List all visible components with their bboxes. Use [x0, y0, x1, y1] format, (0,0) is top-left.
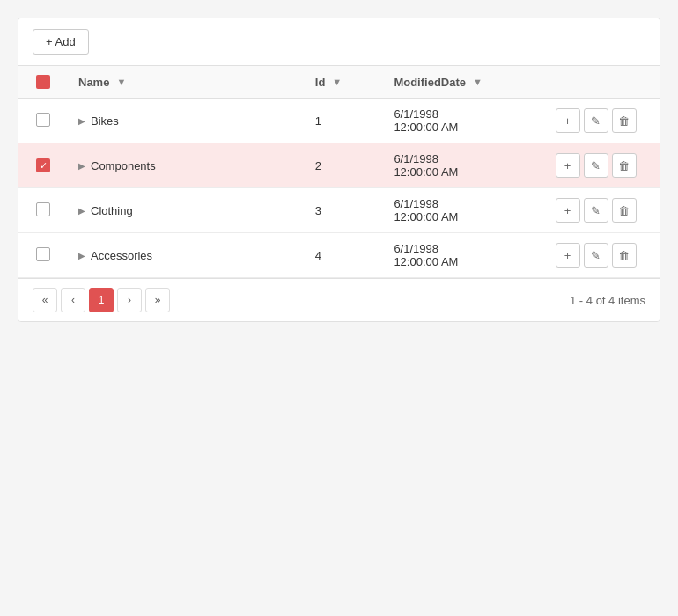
row-actions-cell: + ✎ 🗑 [542, 99, 660, 143]
table-row: ▶Bikes16/1/1998 12:00:00 AM + ✎ 🗑 [18, 99, 660, 143]
action-buttons: + ✎ 🗑 [552, 153, 649, 178]
row-actions-cell: + ✎ 🗑 [542, 188, 660, 233]
row-date-cell: 6/1/1998 12:00:00 AM [383, 188, 541, 233]
header-check-icon [39, 77, 48, 86]
row-date-cell: 6/1/1998 12:00:00 AM [383, 233, 541, 278]
row-name-label: Bikes [91, 114, 119, 128]
svg-rect-0 [39, 77, 48, 86]
next-page-button[interactable]: › [117, 288, 142, 312]
row-name: ▶Clothing [78, 204, 294, 217]
row-id-cell: 3 [305, 188, 384, 233]
row-name-cell: ▶Accessories [68, 233, 305, 278]
row-date-cell: 6/1/1998 12:00:00 AM [383, 143, 541, 188]
page-1-button[interactable]: 1 [89, 288, 114, 312]
row-name-cell: ▶Bikes [68, 99, 305, 143]
row-actions-cell: + ✎ 🗑 [542, 233, 660, 278]
action-buttons: + ✎ 🗑 [552, 198, 649, 223]
date-filter-icon[interactable]: ▼ [473, 77, 483, 87]
expand-arrow-icon[interactable]: ▶ [78, 161, 85, 171]
date-header-label: ModifiedDate [394, 76, 466, 89]
row-id: 4 [315, 249, 321, 262]
row-actions-cell: + ✎ 🗑 [542, 143, 660, 188]
row-checkbox[interactable] [36, 202, 50, 216]
page-info: 1 - 4 of 4 items [570, 294, 645, 307]
header-actions [542, 66, 660, 99]
row-id-cell: 4 [305, 233, 384, 278]
data-table: Name ▼ Id ▼ ModifiedDate ▼ [18, 66, 660, 278]
name-filter-icon[interactable]: ▼ [116, 77, 126, 87]
expand-arrow-icon[interactable]: ▶ [78, 206, 85, 216]
row-name: ▶Accessories [78, 249, 294, 262]
table-row: ✓▶Components26/1/1998 12:00:00 AM + ✎ 🗑 [18, 143, 660, 188]
row-date-cell: 6/1/1998 12:00:00 AM [383, 99, 541, 143]
last-page-button[interactable]: » [145, 288, 170, 312]
header-checkbox[interactable] [36, 75, 50, 89]
add-child-button[interactable]: + [556, 243, 580, 268]
row-id-cell: 2 [305, 143, 384, 188]
table-row: ▶Clothing36/1/1998 12:00:00 AM + ✎ 🗑 [18, 188, 660, 233]
header-modified-date: ModifiedDate ▼ [383, 66, 541, 99]
row-name-cell: ▶Clothing [68, 188, 305, 233]
row-id: 2 [315, 159, 321, 172]
delete-button[interactable]: 🗑 [612, 198, 637, 223]
pagination: « ‹ 1 › » 1 - 4 of 4 items [18, 278, 660, 321]
add-child-button[interactable]: + [556, 153, 580, 178]
row-modified-date: 6/1/1998 12:00:00 AM [394, 197, 458, 224]
header-checkbox-col [18, 66, 68, 99]
row-checkbox[interactable] [36, 247, 50, 261]
row-checkbox-cell [18, 233, 68, 278]
id-filter-icon[interactable]: ▼ [332, 77, 342, 87]
row-id: 3 [315, 204, 321, 217]
add-button[interactable]: + Add [33, 29, 89, 55]
prev-page-button[interactable]: ‹ [61, 288, 85, 312]
page-controls: « ‹ 1 › » [33, 288, 170, 312]
table-row: ▶Accessories46/1/1998 12:00:00 AM + ✎ 🗑 [18, 233, 660, 278]
name-header-label: Name [78, 76, 109, 89]
edit-button[interactable]: ✎ [584, 198, 608, 223]
row-modified-date: 6/1/1998 12:00:00 AM [394, 152, 458, 179]
row-id-cell: 1 [305, 99, 384, 143]
row-name: ▶Bikes [78, 114, 294, 128]
header-name: Name ▼ [68, 66, 305, 99]
row-id: 1 [315, 114, 321, 128]
delete-button[interactable]: 🗑 [612, 108, 637, 133]
id-header-label: Id [315, 76, 326, 89]
row-modified-date: 6/1/1998 12:00:00 AM [394, 107, 458, 134]
action-buttons: + ✎ 🗑 [552, 243, 649, 268]
row-checkbox[interactable] [36, 113, 50, 127]
row-checkbox-cell [18, 99, 68, 143]
toolbar: + Add [18, 18, 660, 66]
main-container: + Add Name ▼ [18, 18, 660, 322]
header-id: Id ▼ [305, 66, 384, 99]
row-checkbox-cell: ✓ [18, 143, 68, 188]
row-checkbox[interactable]: ✓ [36, 158, 50, 172]
row-checkbox-cell [18, 188, 68, 233]
row-name: ▶Components [78, 159, 294, 172]
row-name-label: Clothing [91, 204, 133, 217]
expand-arrow-icon[interactable]: ▶ [78, 251, 85, 260]
edit-button[interactable]: ✎ [584, 153, 608, 178]
row-modified-date: 6/1/1998 12:00:00 AM [394, 242, 458, 268]
row-name-label: Components [91, 159, 156, 172]
row-name-cell: ▶Components [68, 143, 305, 188]
delete-button[interactable]: 🗑 [612, 153, 637, 178]
add-child-button[interactable]: + [556, 108, 580, 133]
edit-button[interactable]: ✎ [584, 108, 608, 133]
edit-button[interactable]: ✎ [584, 243, 608, 268]
delete-button[interactable]: 🗑 [612, 243, 637, 268]
expand-arrow-icon[interactable]: ▶ [78, 116, 85, 126]
add-child-button[interactable]: + [556, 198, 580, 223]
first-page-button[interactable]: « [33, 288, 57, 312]
action-buttons: + ✎ 🗑 [552, 108, 649, 133]
row-name-label: Accessories [91, 249, 152, 262]
